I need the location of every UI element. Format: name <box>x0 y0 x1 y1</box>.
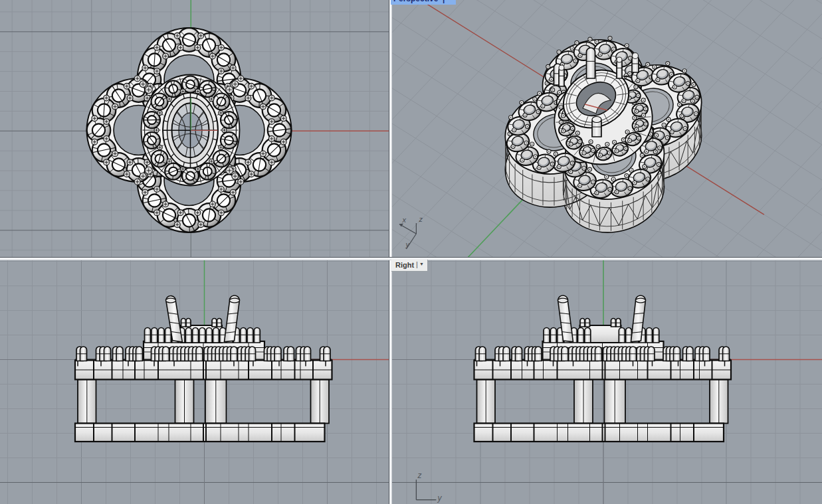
svg-text:y: y <box>437 493 442 503</box>
svg-text:x: x <box>401 216 406 224</box>
svg-text:z: z <box>418 215 423 223</box>
svg-text:z: z <box>417 471 421 480</box>
